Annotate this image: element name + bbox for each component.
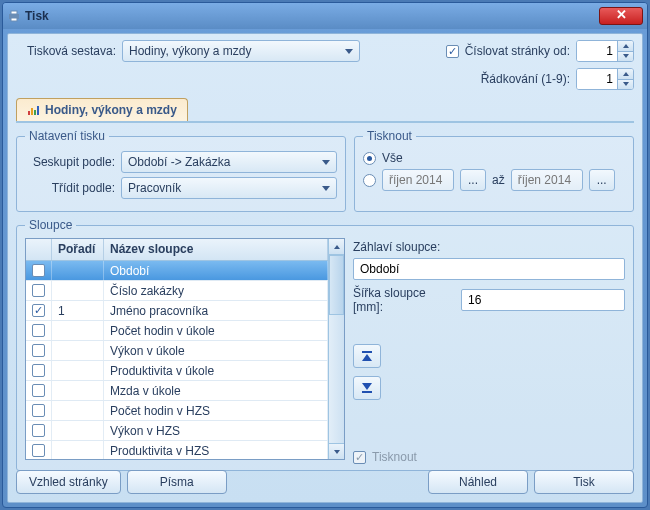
date-from[interactable]: říjen 2014 <box>382 169 454 191</box>
scroll-down[interactable] <box>329 443 344 459</box>
row-checkbox[interactable] <box>32 384 45 397</box>
radio-range[interactable] <box>363 174 376 187</box>
tabs: Hodiny, výkony a mzdy <box>16 98 634 123</box>
row-order <box>52 261 104 280</box>
row-order: 1 <box>52 301 104 320</box>
sort-by-select[interactable]: Pracovník <box>121 177 337 199</box>
scroll-thumb[interactable] <box>329 255 344 315</box>
line-spacing-input[interactable] <box>577 69 617 89</box>
range-conj: až <box>492 173 505 187</box>
scroll-up[interactable] <box>329 239 344 255</box>
print-column-checkbox: ✓ <box>353 451 366 464</box>
row-name: Produktivita v HZS <box>104 441 328 459</box>
scrollbar[interactable] <box>328 239 344 459</box>
table-row[interactable]: Číslo zakázky <box>26 281 328 301</box>
preview-button[interactable]: Náhled <box>428 470 528 494</box>
group-by-value: Období -> Zakázka <box>128 155 230 169</box>
date-to-picker[interactable]: ... <box>589 169 615 191</box>
spin-down[interactable] <box>618 52 633 62</box>
line-spacing-label: Řádkování (1-9): <box>481 72 570 86</box>
spin-up[interactable] <box>618 69 633 80</box>
date-from-picker[interactable]: ... <box>460 169 486 191</box>
group-by-label: Seskupit podle: <box>25 155 115 169</box>
row-checkbox[interactable] <box>32 404 45 417</box>
th-order[interactable]: Pořadí <box>52 239 104 260</box>
row-order <box>52 361 104 380</box>
row-checkbox[interactable] <box>32 264 45 277</box>
chevron-down-icon <box>322 186 330 191</box>
columns-table: Pořadí Název sloupce ObdobíČíslo zakázky… <box>25 238 345 460</box>
column-width-label: Šířka sloupce [mm]: <box>353 286 455 314</box>
row-order <box>52 401 104 420</box>
column-width-input[interactable] <box>461 289 625 311</box>
table-row[interactable]: ✓1Jméno pracovníka <box>26 301 328 321</box>
move-down-button[interactable] <box>353 376 381 400</box>
row-name: Výkon v HZS <box>104 421 328 440</box>
row-checkbox[interactable] <box>32 284 45 297</box>
fonts-button[interactable]: Písma <box>127 470 227 494</box>
table-row[interactable]: Počet hodin v úkole <box>26 321 328 341</box>
svg-rect-4 <box>31 108 33 115</box>
table-row[interactable]: Výkon v úkole <box>26 341 328 361</box>
spin-down[interactable] <box>618 80 633 90</box>
number-pages-input[interactable] <box>577 41 617 61</box>
row-name: Produktivita v úkole <box>104 361 328 380</box>
tab-report[interactable]: Hodiny, výkony a mzdy <box>16 98 188 121</box>
row-order <box>52 281 104 300</box>
sort-by-value: Pracovník <box>128 181 181 195</box>
page-layout-button[interactable]: Vzhled stránky <box>16 470 121 494</box>
window-title: Tisk <box>21 9 599 23</box>
number-pages-checkbox[interactable]: ✓ <box>446 45 459 58</box>
row-order <box>52 341 104 360</box>
report-select-value: Hodiny, výkony a mzdy <box>129 44 252 58</box>
row-name: Období <box>104 261 328 280</box>
sort-by-label: Třídit podle: <box>25 181 115 195</box>
column-header-input[interactable] <box>353 258 625 280</box>
row-name: Výkon v úkole <box>104 341 328 360</box>
table-row[interactable]: Produktivita v úkole <box>26 361 328 381</box>
print-settings-legend: Natavení tisku <box>25 129 109 143</box>
chevron-down-icon <box>345 49 353 54</box>
chevron-down-icon <box>322 160 330 165</box>
columns-legend: Sloupce <box>25 218 76 232</box>
radio-all-label: Vše <box>382 151 403 165</box>
table-row[interactable]: Počet hodin v HZS <box>26 401 328 421</box>
report-select[interactable]: Hodiny, výkony a mzdy <box>122 40 360 62</box>
radio-all[interactable] <box>363 152 376 165</box>
row-checkbox[interactable] <box>32 424 45 437</box>
table-row[interactable]: Mzda v úkole <box>26 381 328 401</box>
print-column-checkbox-row: ✓ Tisknout <box>353 450 625 464</box>
table-body: ObdobíČíslo zakázky✓1Jméno pracovníkaPoč… <box>26 261 328 459</box>
th-name[interactable]: Název sloupce <box>104 239 328 260</box>
table-row[interactable]: Produktivita v HZS <box>26 441 328 459</box>
table-row[interactable]: Období <box>26 261 328 281</box>
print-column-label: Tisknout <box>372 450 417 464</box>
move-up-button[interactable] <box>353 344 381 368</box>
number-pages-label: Číslovat stránky od: <box>465 44 570 58</box>
print-settings-group: Natavení tisku Seskupit podle: Období ->… <box>16 129 346 212</box>
column-details: Záhlaví sloupce: Šířka sloupce [mm]: <box>353 238 625 464</box>
spin-up[interactable] <box>618 41 633 52</box>
print-range-group: Tisknout Vše říjen 2014 ... až říjen 201… <box>354 129 634 212</box>
print-range-legend: Tisknout <box>363 129 416 143</box>
row-checkbox[interactable] <box>32 364 45 377</box>
table-row[interactable]: Výkon v HZS <box>26 421 328 441</box>
close-button[interactable]: ✕ <box>599 7 643 25</box>
print-button[interactable]: Tisk <box>534 470 634 494</box>
row-checkbox[interactable] <box>32 344 45 357</box>
report-icon <box>27 104 41 116</box>
row-checkbox[interactable] <box>32 324 45 337</box>
group-by-select[interactable]: Období -> Zakázka <box>121 151 337 173</box>
line-spacing-spinner[interactable] <box>576 68 634 90</box>
svg-rect-3 <box>28 111 30 115</box>
tab-label: Hodiny, výkony a mzdy <box>45 103 177 117</box>
number-pages-spinner[interactable] <box>576 40 634 62</box>
date-to[interactable]: říjen 2014 <box>511 169 583 191</box>
row-checkbox[interactable] <box>32 444 45 457</box>
column-header-label: Záhlaví sloupce: <box>353 240 625 254</box>
row-checkbox[interactable]: ✓ <box>32 304 45 317</box>
footer: Vzhled stránky Písma Náhled Tisk <box>16 470 634 494</box>
print-dialog: Tisk ✕ Tisková sestava: Hodiny, výkony a… <box>2 2 648 508</box>
row-name: Číslo zakázky <box>104 281 328 300</box>
row-name: Mzda v úkole <box>104 381 328 400</box>
